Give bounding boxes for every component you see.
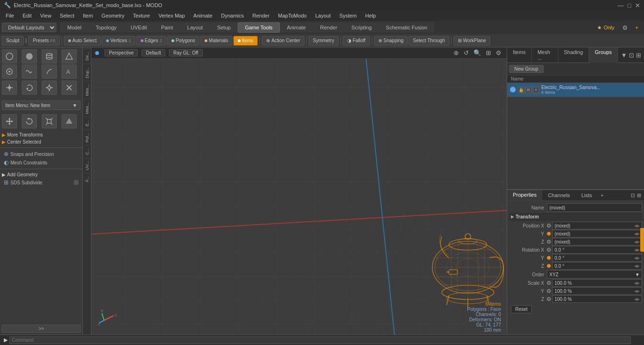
- ptab-fullscreen-icon[interactable]: ⊞: [637, 192, 641, 199]
- scale-z-field[interactable]: 100.0 % ◀▶: [552, 295, 642, 303]
- rtab-groups[interactable]: Groups: [589, 47, 618, 63]
- pos-y-dot[interactable]: [547, 232, 551, 236]
- rot-z-field[interactable]: 0.0 ° ◀▶: [552, 262, 642, 270]
- group-vis-dot[interactable]: [510, 87, 516, 92]
- expand-btn-area[interactable]: >>: [0, 323, 82, 335]
- tab-layout[interactable]: Layout: [180, 22, 210, 33]
- select-through-btn[interactable]: Select Through: [409, 36, 449, 45]
- minimize-btn[interactable]: —: [617, 2, 624, 9]
- name-value-field[interactable]: (mixed): [547, 203, 642, 212]
- maximize-btn[interactable]: □: [627, 2, 631, 9]
- tool-rotate[interactable]: [22, 81, 37, 95]
- sidetab-e[interactable]: E...: [84, 117, 90, 129]
- tool-ball[interactable]: [22, 49, 37, 64]
- tab-schematic[interactable]: Schematic Fusion: [379, 22, 434, 33]
- sidetab-dup[interactable]: Dup...: [84, 64, 90, 81]
- perspective-btn[interactable]: Perspective: [105, 49, 138, 56]
- rot-z-dot[interactable]: [547, 264, 551, 268]
- sidetab-de[interactable]: De...: [84, 48, 90, 64]
- shading-btn[interactable]: Default: [142, 49, 165, 56]
- viewport[interactable]: Perspective Default Ray GL: Off ⊕ ↺ 🔍 ⊞ …: [91, 47, 507, 335]
- rtab-expand-icon[interactable]: ⊡: [629, 52, 634, 59]
- mesh-constraints-item[interactable]: ◐ Mesh Constraints: [0, 158, 82, 167]
- falloff-btn[interactable]: ◑ Falloff: [343, 36, 370, 45]
- menu-system[interactable]: System: [336, 12, 361, 19]
- menu-texture[interactable]: Texture: [129, 12, 154, 19]
- vp-refresh-icon[interactable]: ↺: [462, 49, 470, 57]
- rot-y-dot[interactable]: [547, 256, 551, 260]
- menu-view[interactable]: View: [36, 12, 55, 19]
- rtab-shading[interactable]: Shading: [558, 47, 589, 63]
- tab-animate[interactable]: Animate: [280, 22, 313, 33]
- command-input[interactable]: [9, 336, 631, 344]
- menu-vertexmap[interactable]: Vertex Map: [155, 12, 189, 19]
- reset-btn[interactable]: Reset: [511, 305, 532, 313]
- tool-draw[interactable]: [42, 64, 57, 79]
- menu-dynamics[interactable]: Dynamics: [217, 12, 248, 19]
- rot-x-field[interactable]: 0.0 ° ◀▶: [552, 246, 642, 254]
- menu-help[interactable]: Help: [361, 12, 380, 19]
- vp-center-icon[interactable]: ⊕: [452, 49, 460, 57]
- tool-cylinder[interactable]: [42, 49, 57, 64]
- pos-z-dot[interactable]: [547, 240, 551, 244]
- sds-subdivide-item[interactable]: ⊞ SDS Subdivide: [0, 178, 82, 187]
- item-menu-dropdown[interactable]: Item Menu: New Item ▼: [2, 100, 80, 110]
- action-center-btn[interactable]: ⊕ Action Center: [262, 36, 304, 45]
- sidetab-c[interactable]: C...: [84, 145, 90, 158]
- transform-section-header[interactable]: ▶ Transform: [509, 213, 642, 221]
- group-lock-icon[interactable]: 🔒: [518, 87, 524, 93]
- rot-y-field[interactable]: 0.0 ° ◀▶: [552, 254, 642, 262]
- layout-select[interactable]: Default Layouts: [2, 23, 56, 32]
- transform-scale-btn[interactable]: [42, 114, 57, 128]
- tab-render[interactable]: Render: [313, 22, 344, 33]
- tab-scripting[interactable]: Scripting: [344, 22, 379, 33]
- tool-text[interactable]: A: [62, 64, 77, 79]
- tab-model[interactable]: Model: [60, 22, 89, 33]
- menu-edit[interactable]: Edit: [19, 12, 36, 19]
- rtab-fullscreen-icon[interactable]: ⊞: [636, 52, 641, 59]
- scale-z-dot[interactable]: [547, 297, 551, 301]
- sidetab-mes2[interactable]: Mes...: [84, 99, 90, 117]
- close-btn[interactable]: ✕: [635, 2, 640, 9]
- ptab-add-btn[interactable]: +: [598, 191, 606, 200]
- menu-layout[interactable]: Layout: [312, 12, 335, 19]
- sidetab-uv[interactable]: UV...: [84, 158, 90, 173]
- center-selected-row[interactable]: ▶ Center Selected: [0, 138, 82, 145]
- auto-select-btn[interactable]: Auto Select: [64, 36, 101, 45]
- tab-gametools[interactable]: Game Tools: [238, 22, 280, 33]
- snaps-precision-item[interactable]: ⊕ Snaps and Precision: [0, 150, 82, 158]
- polygons-btn[interactable]: Polygons: [167, 36, 199, 45]
- sds-checkbox[interactable]: [74, 180, 79, 185]
- transform-rotate-btn[interactable]: [22, 114, 37, 128]
- rtab-items[interactable]: Items: [507, 47, 532, 63]
- order-dropdown[interactable]: XYZ ▼: [547, 270, 642, 279]
- rot-x-dot[interactable]: [547, 248, 551, 252]
- vp-settings-icon[interactable]: ⚙: [494, 49, 503, 57]
- tool-scale[interactable]: [42, 81, 57, 95]
- items-btn[interactable]: Items: [233, 36, 258, 45]
- sculpt-btn[interactable]: Sculpt: [2, 36, 24, 45]
- ptab-expand-icon[interactable]: ⊡: [631, 192, 635, 199]
- tool-sphere[interactable]: [2, 49, 17, 64]
- sidetab-f[interactable]: F...: [84, 173, 90, 185]
- tool-wave[interactable]: [22, 64, 37, 79]
- ptab-channels[interactable]: Channels: [542, 191, 575, 200]
- add-geometry-collapsible[interactable]: ▶ Add Geometry: [0, 171, 82, 178]
- layout-add-btn[interactable]: +: [632, 24, 642, 31]
- star-only[interactable]: ★ Only: [593, 24, 618, 32]
- group-expand-icon[interactable]: +: [533, 87, 539, 93]
- tool-cone[interactable]: [62, 49, 77, 64]
- tool-move[interactable]: [2, 81, 17, 95]
- menu-geometry[interactable]: Geometry: [98, 12, 128, 19]
- rtab-mesh[interactable]: Mesh ...: [532, 47, 558, 63]
- presets-btn[interactable]: Presets F6: [28, 36, 59, 45]
- vp-grid-icon[interactable]: ⊞: [484, 49, 492, 57]
- tab-topology[interactable]: Topology: [89, 22, 124, 33]
- menu-select[interactable]: Select: [56, 12, 78, 19]
- symmetry-btn[interactable]: Symmetry: [309, 36, 339, 45]
- tab-uvedit[interactable]: UVEdit: [124, 22, 154, 33]
- menu-render[interactable]: Render: [249, 12, 273, 19]
- menu-animate[interactable]: Animate: [189, 12, 216, 19]
- rtab-dropdown-icon[interactable]: ▼: [621, 52, 627, 59]
- edges-btn[interactable]: Edges 2: [136, 36, 166, 45]
